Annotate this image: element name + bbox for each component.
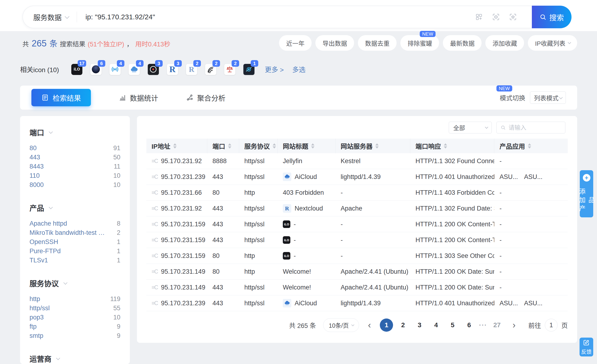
related-icon-scales[interactable]: 2 [224,64,235,75]
facet-value-link[interactable]: OpenSSH [30,238,58,246]
batch-query-icon[interactable] [475,13,483,21]
facet-value-link[interactable]: smtp [30,332,43,340]
page-6-button[interactable]: 6 [463,318,476,332]
column-header-3[interactable]: 网站标题 [278,139,335,153]
related-icon-wifi[interactable]: 4 [110,64,121,75]
view-mode-select[interactable]: 列表模式 [530,91,566,104]
facet-value-link[interactable]: 443 [30,154,40,161]
aicloud-icon[interactable] [283,173,291,181]
facet-value-link[interactable]: ftp [30,323,37,330]
table-row[interactable]: ≡C95.170.231.159 443 http/ssl iLO- - HTT… [146,216,568,232]
facet-value-link[interactable]: 8443 [30,163,44,170]
tab-1[interactable]: 数据统计 [119,92,158,103]
ilo-icon[interactable]: iLO [283,236,290,244]
facet-title[interactable]: 端口 [30,127,120,137]
related-icon-r-serif[interactable]: R 3 [167,64,178,75]
sort-icon[interactable] [228,143,231,149]
related-icon-cloud[interactable]: 4 [129,64,140,75]
facet-value-link[interactable]: 110 [30,172,40,179]
prev-page-button[interactable]: ‹ [366,320,373,330]
action-button-6[interactable]: IP收藏列表 [528,35,577,51]
related-icon-ilo[interactable]: iLO 17 [71,64,82,75]
table-search-input[interactable] [509,124,561,131]
table-row[interactable]: ≡C95.170.231.149 80 http Welcome! Apache… [146,264,568,280]
related-icon-camera[interactable]: 3 [148,64,159,75]
action-button-0[interactable]: 近一年 [279,35,312,51]
page-27-button[interactable]: 27 [490,318,503,332]
column-header-0[interactable]: IP地址 [146,139,207,153]
ip-detail-icon[interactable]: ≡C [151,268,158,275]
facet-value-link[interactable]: pop3 [30,314,44,321]
page-5-button[interactable]: 5 [446,318,459,332]
column-header-4[interactable]: 网站服务器 [335,139,410,153]
related-icon-arcs[interactable]: 2 [205,64,216,75]
ip-detail-icon[interactable]: ≡C [151,221,158,228]
sort-icon[interactable] [311,143,314,149]
page-2-button[interactable]: 2 [396,318,409,332]
ip-detail-icon[interactable]: ≡C [151,158,158,164]
page-size-select[interactable]: 10条/页 [323,318,359,332]
table-row[interactable]: ≡C95.170.231.159 80 http iLO- - HTTP/1.1… [146,248,568,264]
table-row[interactable]: ≡C95.170.231.239 443 http/ssl AiCloud li… [146,169,568,185]
next-page-button[interactable]: › [511,320,518,330]
facet-value-link[interactable]: Apache httpd [30,220,67,227]
sort-icon[interactable] [375,143,379,149]
favorite-query-icon[interactable] [509,13,517,21]
action-button-3[interactable]: NEW 排除蜜罐 [400,35,439,51]
tab-2[interactable]: 聚合分析 [186,92,225,103]
table-row[interactable]: ≡C95.170.231.66 80 http 403 Forbidden - … [146,185,568,201]
search-button[interactable]: 搜索 [532,6,572,28]
facet-title[interactable]: 服务协议 [30,278,120,288]
ilo-icon[interactable]: iLO [283,220,290,228]
facet-value-link[interactable]: http/ssl [30,305,50,312]
facet-value-link[interactable]: 80 [30,144,37,152]
more-link[interactable]: 更多 > [265,65,284,74]
goto-page-input[interactable] [545,319,558,332]
ip-detail-icon[interactable]: ≡C [151,205,158,212]
ip-detail-icon[interactable]: ≡C [151,237,158,243]
aicloud-icon[interactable] [283,299,291,307]
search-input[interactable]: ip: "95.170.231.92/24" [86,13,475,21]
multi-select-link[interactable]: 多选 [292,65,306,74]
action-button-2[interactable]: 数据去重 [358,35,397,51]
table-row[interactable]: ≡C95.170.231.92 443 http/ssl RNextcloud … [146,201,568,216]
page-4-button[interactable]: 4 [429,318,443,332]
table-row[interactable]: ≡C95.170.231.92 8888 http/ssl Jellyfin K… [146,153,568,169]
related-icon-r-light[interactable]: R 2 [186,64,197,75]
sort-icon[interactable] [273,143,276,149]
ilo-icon[interactable]: iLO [283,252,290,259]
action-button-4[interactable]: 最新数据 [443,35,482,51]
tab-0-active[interactable]: 检索结果 [31,89,91,106]
facet-value-link[interactable]: http [30,296,40,303]
syntax-scan-icon[interactable] [492,13,500,21]
ip-detail-icon[interactable]: ≡C [151,284,158,291]
ip-detail-icon[interactable]: ≡C [151,300,158,306]
facet-title[interactable]: 产品 [30,202,120,213]
feedback-button[interactable]: 反馈 [580,338,593,356]
table-row[interactable]: ≡C95.170.231.239 443 http/ssl AiCloud li… [146,296,568,311]
column-header-1[interactable]: 端口 [207,139,239,153]
column-header-5[interactable]: 端口响应 [410,139,494,153]
facet-value-link[interactable]: Pure-FTPd [30,248,61,255]
search-category-dropdown[interactable]: 服务数据 [33,12,68,22]
column-header-6[interactable]: 产品应用 [494,139,568,153]
add-product-button[interactable]: + 添加产品 [580,170,593,217]
sort-icon[interactable] [528,143,531,149]
action-button-1[interactable]: 导出数据 [315,35,354,51]
related-icon-sphere[interactable]: 6 [90,64,102,75]
sort-icon[interactable] [444,143,447,149]
facet-title[interactable]: 运营商 [30,353,120,364]
table-row[interactable]: ≡C95.170.231.149 443 http/ssl Welcome! A… [146,280,568,296]
column-filter-select[interactable]: 全部 [449,122,492,133]
ip-detail-icon[interactable]: ≡C [151,190,158,196]
related-icon-node[interactable]: 1 [244,64,254,75]
facet-value-link[interactable]: TLSv1 [30,257,48,264]
ip-detail-icon[interactable]: ≡C [151,253,158,259]
page-3-button[interactable]: 3 [413,318,426,332]
ip-detail-icon[interactable]: ≡C [151,174,158,180]
nextcloud-favicon-icon[interactable]: R [283,204,291,213]
page-1-button[interactable]: 1 [380,318,393,332]
table-row[interactable]: ≡C95.170.231.159 443 http/ssl iLO- - HTT… [146,232,568,248]
action-button-5[interactable]: 添加收藏 [485,35,524,51]
facet-value-link[interactable]: 8000 [30,181,44,189]
